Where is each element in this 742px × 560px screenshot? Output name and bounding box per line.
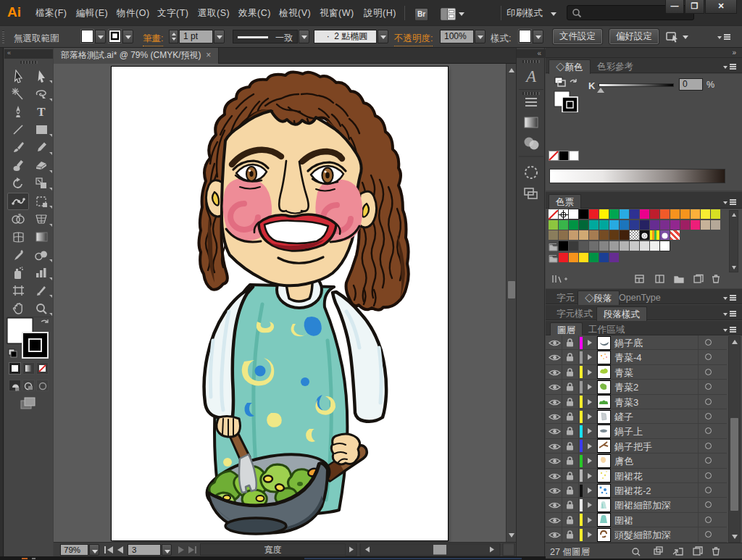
svg-text:T: T — [37, 106, 46, 118]
